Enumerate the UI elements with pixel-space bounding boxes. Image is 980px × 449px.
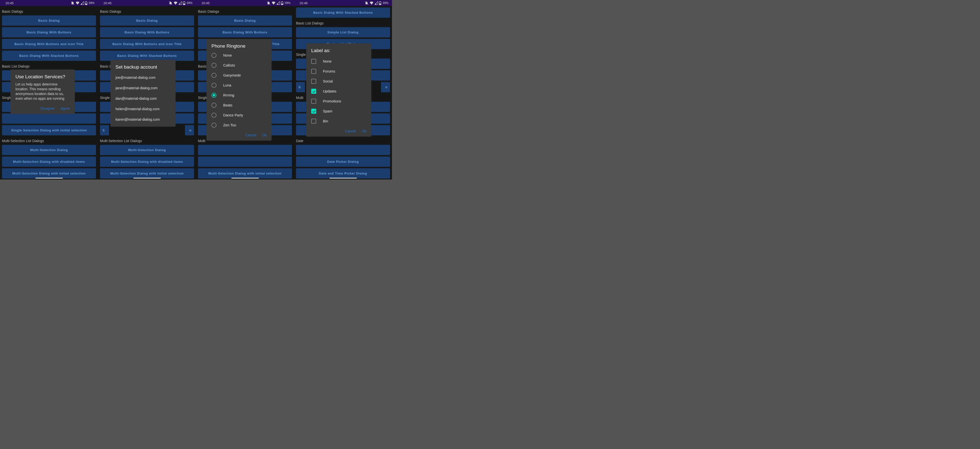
disagree-button[interactable]: Disagree — [41, 106, 55, 110]
ringtone-option[interactable]: Beats — [209, 100, 269, 110]
nav-handle[interactable] — [35, 178, 63, 179]
option-label: Promotions — [323, 99, 341, 103]
radio-icon — [212, 63, 216, 68]
option-label: Bin — [323, 119, 328, 123]
date-picker-button[interactable]: Date Picker Dialog — [296, 157, 390, 167]
section-multi-dialogs: Multi-Selection List Dialogs — [2, 137, 96, 145]
multi-disabled-button[interactable]: Multi-Selection Dialog with disabled ite… — [100, 157, 194, 167]
label-option[interactable]: Social — [309, 76, 369, 86]
signal-icon — [375, 1, 378, 5]
basic-dialog-icon-button[interactable]: Basic Dialog With Buttons and Icon Title — [100, 39, 194, 49]
status-bar: 20:46 39% — [294, 0, 392, 6]
checkbox-icon — [311, 79, 316, 84]
radio-icon — [212, 103, 216, 108]
single-initial-right-fragment[interactable]: n — [185, 125, 194, 135]
backup-account-item[interactable]: joe@material-dialog.com — [110, 72, 175, 83]
backup-account-item[interactable]: jane@material-dialog.com — [110, 83, 175, 93]
ok-button[interactable]: Ok — [262, 133, 267, 137]
ringtone-option[interactable]: None — [209, 50, 269, 60]
wifi-icon — [76, 1, 80, 5]
status-icons: 39% — [169, 1, 192, 5]
dialog-actions: Disagree Agree — [11, 103, 75, 114]
radio-icon — [212, 83, 216, 88]
basic-dialog-buttons-button[interactable]: Basic Dialog With Buttons — [2, 27, 96, 37]
dialog-title: Label as: — [306, 43, 371, 56]
battery-icon — [281, 1, 283, 5]
ringtone-option[interactable]: Luna — [209, 80, 269, 90]
location-dialog: Use Location Services? Let us help apps … — [11, 70, 75, 114]
multi-selection-button[interactable]: Multi-Selection Dialog — [100, 145, 194, 155]
basic-dialog-stacked-button[interactable]: Basic Dialog With Stacked Buttons — [296, 8, 390, 18]
label-as-dialog: Label as: NoneForumsSocialUpdatesPromoti… — [306, 43, 371, 136]
ok-button[interactable]: Ok — [362, 129, 366, 133]
ringtone-option[interactable]: Callisto — [209, 60, 269, 70]
option-label: Social — [323, 79, 333, 83]
agree-button[interactable]: Agree — [60, 106, 70, 110]
status-icons: 39% — [70, 1, 94, 5]
multi-disabled-button[interactable]: Multi-Selection Dialog with disabled ite… — [2, 157, 96, 167]
multi-placeholder-1[interactable] — [198, 145, 292, 155]
dnd-off-icon — [70, 1, 75, 5]
option-label: Updates — [323, 89, 336, 93]
basic-dialog-stacked-button[interactable]: Basic Dialog With Stacked Buttons — [100, 51, 194, 61]
label-option[interactable]: Updates — [309, 86, 369, 96]
basic-dialog-stacked-button[interactable]: Basic Dialog With Stacked Buttons — [2, 51, 96, 61]
ringtone-option[interactable]: Rrrring — [209, 90, 269, 100]
ringtone-option[interactable]: Dance Party — [209, 110, 269, 120]
radio-icon — [212, 53, 216, 58]
option-label: Dance Party — [223, 113, 243, 117]
multi-initial-button[interactable]: Multi-Selection Dialog with initial sele… — [2, 168, 96, 179]
multi-selection-button[interactable]: Multi-Selection Dialog — [2, 145, 96, 155]
multi-initial-button[interactable]: Multi-Selection Dialog with initial sele… — [198, 168, 292, 179]
phone-3: 20:45 39% Basic Dialogs Basic Dialog Bas… — [196, 0, 294, 179]
radio-icon — [212, 73, 216, 78]
label-option[interactable]: Forums — [309, 66, 369, 76]
date-time-picker-button[interactable]: Date and Time Picker Dialog — [296, 168, 390, 179]
basic-dialog-icon-button[interactable]: Basic Dialog With Buttons and Icon Title — [2, 39, 96, 49]
cancel-button[interactable]: Cancel — [245, 133, 256, 137]
multi-disabled-button[interactable] — [198, 157, 292, 167]
nav-handle[interactable] — [329, 178, 357, 179]
ringtone-option[interactable]: Zen Too — [209, 120, 269, 130]
status-bar: 20:45 39% — [0, 0, 98, 6]
section-list-dialogs: Basic List Dialogs — [296, 19, 390, 27]
single-initial-left-fragment[interactable]: S — [100, 125, 109, 135]
basic-dialog-buttons-button[interactable]: Basic Dialog With Buttons — [198, 27, 292, 37]
dialog-body: Let us help apps determine location. Thi… — [11, 82, 75, 103]
basic-dialog-button[interactable]: Basic Dialog — [198, 16, 292, 26]
phone-4: 20:46 39% Basic Dialog With Stacked Butt… — [294, 0, 392, 179]
option-label: Luna — [223, 83, 231, 87]
dnd-off-icon — [364, 1, 369, 5]
nav-handle[interactable] — [134, 178, 161, 179]
single-placeholder-2[interactable] — [2, 113, 96, 124]
basic-dialog-button[interactable]: Basic Dialog — [100, 16, 194, 26]
multi-initial-button[interactable]: Multi-Selection Dialog with initial sele… — [100, 168, 194, 179]
label-option[interactable]: None — [309, 56, 369, 66]
section-list-dialogs: Basic List Dialogs — [2, 62, 96, 70]
cancel-button[interactable]: Cancel — [345, 129, 356, 133]
backup-account-item[interactable]: dan@material-dialog.com — [110, 93, 175, 104]
label-option[interactable]: Spam — [309, 106, 369, 116]
single-initial-right-fragment[interactable]: n — [381, 82, 390, 92]
status-icons: 39% — [364, 1, 388, 5]
checkbox-icon — [311, 89, 316, 94]
single-initial-button[interactable]: Single Selection Dialog with initial sel… — [2, 125, 96, 135]
basic-dialog-buttons-button[interactable]: Basic Dialog With Buttons — [100, 27, 194, 37]
option-label: Rrrring — [223, 93, 234, 97]
nav-handle[interactable] — [231, 178, 259, 179]
phone-2: 20:45 39% Basic Dialogs Basic Dialog Bas… — [98, 0, 196, 179]
label-option[interactable]: Promotions — [309, 96, 369, 106]
status-bar: 20:45 39% — [98, 0, 196, 6]
single-initial-left-fragment[interactable]: S — [296, 82, 305, 92]
status-time: 20:45 — [103, 1, 112, 5]
simple-list-dialog-button[interactable]: Simple List Dialog — [296, 27, 390, 37]
label-option[interactable]: Bin — [309, 116, 369, 126]
time-placeholder[interactable] — [296, 145, 390, 155]
status-bar: 20:45 39% — [196, 0, 294, 6]
ringtone-option[interactable]: Ganymede — [209, 70, 269, 80]
backup-account-item[interactable]: helen@material-dialog.com — [110, 104, 175, 114]
dialog-title: Set backup account — [110, 60, 175, 72]
backup-account-item[interactable]: karen@material-dialog.com — [110, 114, 175, 125]
checkbox-icon — [311, 69, 316, 74]
basic-dialog-button[interactable]: Basic Dialog — [2, 16, 96, 26]
